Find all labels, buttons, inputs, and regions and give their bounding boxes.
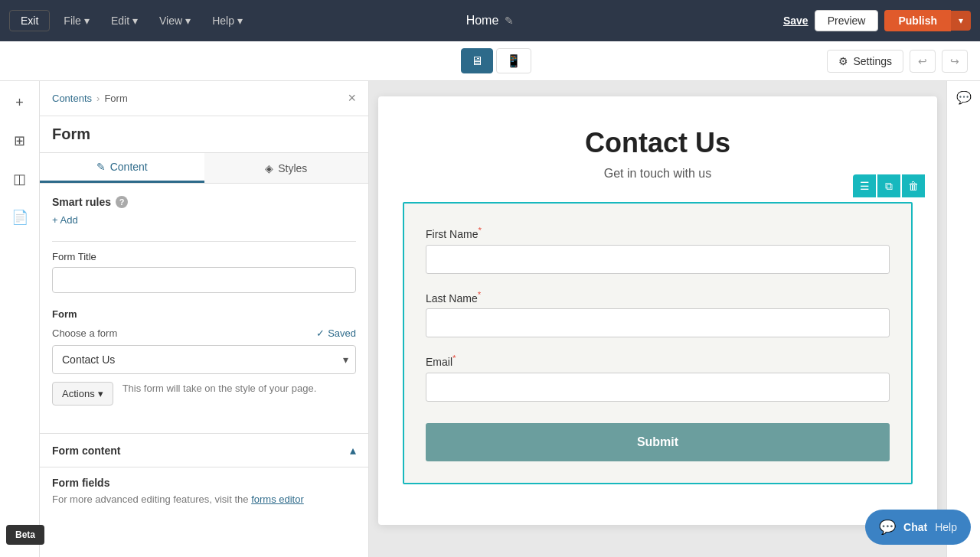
preview-button[interactable]: Preview <box>815 10 879 31</box>
exit-button[interactable]: Exit <box>9 10 50 31</box>
topbar-left: Exit File ▾ Edit ▾ View ▾ Help ▾ <box>9 10 250 31</box>
topbar: Exit File ▾ Edit ▾ View ▾ Help ▾ Home ✎ … <box>0 0 980 41</box>
settings-button[interactable]: ⚙ Settings <box>827 50 903 73</box>
help-label: Help <box>935 521 957 533</box>
topbar-center: Home ✎ <box>466 14 514 28</box>
choose-form-label: Choose a form <box>52 327 117 339</box>
redo-button[interactable]: ↪ <box>942 50 968 73</box>
last-name-label: Last Name* <box>426 289 890 305</box>
form-content-title: Form content <box>52 445 120 457</box>
last-name-field: Last Name* <box>426 289 890 338</box>
chat-widget[interactable]: 💬 Chat Help <box>865 510 971 545</box>
add-section-button[interactable]: + <box>11 90 28 116</box>
panel-tabs: ✎ Content ◈ Styles <box>40 153 368 184</box>
tab-content[interactable]: ✎ Content <box>40 153 204 183</box>
left-iconbar: + ⊞ ◫ 📄 <box>0 81 40 557</box>
form-title-input[interactable] <box>52 267 356 293</box>
breadcrumb-separator: › <box>96 93 100 104</box>
choose-form-row: Choose a form ✓ Saved <box>52 327 356 339</box>
panel-content: Smart rules ? + Add Form Title Form Choo… <box>40 184 368 433</box>
canvas-frame: Contact Us Get in touch with us ☰ ⧉ 🗑 Fi… <box>378 96 937 525</box>
publish-dropdown-button[interactable]: ▾ <box>951 11 971 31</box>
gear-icon: ⚙ <box>838 55 848 67</box>
form-title-section: Form Title <box>52 251 356 293</box>
beta-badge: Beta <box>6 525 44 545</box>
undo-button[interactable]: ↩ <box>910 50 936 73</box>
submit-button[interactable]: Submit <box>426 423 890 461</box>
canvas-area: Contact Us Get in touch with us ☰ ⧉ 🗑 Fi… <box>369 81 946 557</box>
chat-icon: 💬 <box>879 519 896 536</box>
chat-label: Chat <box>903 521 927 533</box>
form-fields-title: Form fields <box>52 477 356 489</box>
last-name-input[interactable] <box>426 308 890 337</box>
actions-info-text: This form will take on the style of your… <box>122 382 317 396</box>
form-select[interactable]: Contact Us <box>52 345 356 374</box>
form-section: Form Choose a form ✓ Saved Contact Us ▾ <box>52 308 356 406</box>
check-icon: ✓ <box>316 327 325 339</box>
first-name-label: First Name* <box>426 225 890 240</box>
right-bar: 💬 <box>946 81 980 557</box>
email-label: Email* <box>426 353 890 368</box>
breadcrumb-root[interactable]: Contents <box>52 93 92 104</box>
form-select-wrapper: Contact Us ▾ <box>52 345 356 374</box>
form-fields-desc: For more advanced editing features, visi… <box>52 493 356 505</box>
pages-button[interactable]: 📄 <box>7 204 33 230</box>
form-title-label: Form Title <box>52 251 356 262</box>
form-section-title: Form <box>52 308 356 320</box>
publish-group: Publish ▾ <box>884 10 971 31</box>
side-panel: Contents › Form × Form ✎ Content ◈ Style… <box>40 81 369 557</box>
content-tab-icon: ✎ <box>96 161 106 173</box>
form-copy-tool-button[interactable]: ⧉ <box>877 174 900 197</box>
breadcrumb-current: Form <box>104 93 127 104</box>
form-content-section[interactable]: Form content ▴ <box>40 433 368 467</box>
tab-styles[interactable]: ◈ Styles <box>204 153 369 183</box>
styles-tab-icon: ◈ <box>265 162 273 174</box>
canvas-form: First Name* Last Name* Email* <box>403 202 913 484</box>
secondbar: 🖥 📱 ⚙ Settings ↩ ↪ <box>0 41 980 81</box>
actions-button[interactable]: Actions ▾ <box>52 382 113 406</box>
forms-editor-link[interactable]: forms editor <box>251 493 304 505</box>
actions-chevron-icon: ▾ <box>98 388 103 399</box>
edit-menu-button[interactable]: Edit ▾ <box>103 11 145 31</box>
panel-title: Form <box>40 116 368 153</box>
main-layout: + ⊞ ◫ 📄 Contents › Form × Form ✎ Content… <box>0 81 980 557</box>
page-subheading: Get in touch with us <box>394 167 922 181</box>
mobile-view-button[interactable]: 📱 <box>496 48 531 73</box>
view-menu-button[interactable]: View ▾ <box>152 11 198 31</box>
saved-badge: ✓ Saved <box>316 327 356 339</box>
save-button[interactable]: Save <box>783 15 808 27</box>
email-field: Email* <box>426 353 890 402</box>
publish-button[interactable]: Publish <box>884 10 951 31</box>
page-heading: Contact Us <box>394 127 922 159</box>
form-delete-tool-button[interactable]: 🗑 <box>902 174 925 197</box>
first-name-field: First Name* <box>426 225 890 274</box>
first-name-input[interactable] <box>426 245 890 274</box>
form-fields-section: Form fields For more advanced editing fe… <box>40 467 368 514</box>
email-input[interactable] <box>426 373 890 402</box>
help-menu-button[interactable]: Help ▾ <box>204 11 250 31</box>
page-title: Home <box>466 14 499 28</box>
add-rule-link[interactable]: + Add <box>52 214 356 226</box>
breadcrumb: Contents › Form <box>52 93 128 104</box>
comments-icon[interactable]: 💬 <box>956 90 972 105</box>
layers-button[interactable]: ⊞ <box>9 128 30 154</box>
form-select-tool-button[interactable]: ☰ <box>853 174 876 197</box>
edit-title-icon[interactable]: ✎ <box>505 15 514 27</box>
panel-header: Contents › Form × <box>40 81 368 116</box>
smart-rules-section: Smart rules ? + Add <box>52 196 356 226</box>
chevron-up-icon: ▴ <box>350 443 356 458</box>
topbar-right: Save Preview Publish ▾ <box>783 10 971 31</box>
form-toolbar: ☰ ⧉ 🗑 <box>853 174 925 197</box>
info-icon: ? <box>116 196 128 208</box>
file-menu-button[interactable]: File ▾ <box>56 11 97 31</box>
panel-close-button[interactable]: × <box>348 90 356 106</box>
modules-button[interactable]: ◫ <box>8 166 31 192</box>
desktop-view-button[interactable]: 🖥 <box>461 48 493 73</box>
actions-row: Actions ▾ This form will take on the sty… <box>52 382 356 406</box>
secondbar-right: ⚙ Settings ↩ ↪ <box>827 50 968 73</box>
smart-rules-title: Smart rules ? <box>52 196 356 208</box>
view-toggle: 🖥 📱 <box>461 48 531 73</box>
